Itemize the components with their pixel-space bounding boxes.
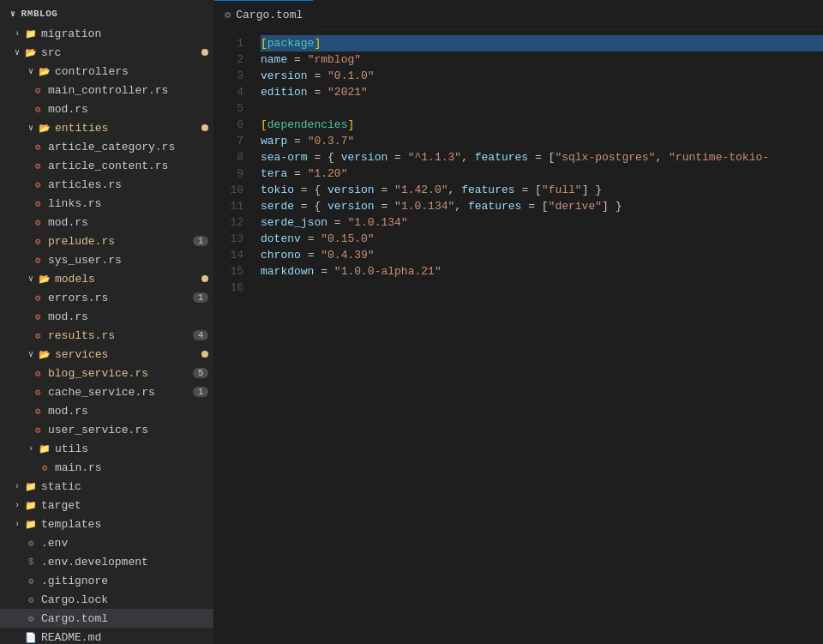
code-line: warp = "0.3.7" (261, 133, 823, 149)
sidebar-item-label: controllers (55, 65, 213, 78)
code-editor: 1 2 3 4 5 6 7 8 9 10 11 12 13 14 15 16 [… (214, 30, 823, 644)
code-line: dotenv = "0.15.0" (261, 231, 823, 247)
sidebar-item-utils[interactable]: › 📁 utils (0, 439, 213, 458)
modified-dot (201, 124, 208, 131)
arrow-icon: › (10, 517, 24, 531)
sidebar-item-label: src (41, 46, 201, 59)
arrow-icon: › (10, 498, 24, 512)
modified-dot (201, 49, 208, 56)
sidebar-item-cargo-toml[interactable]: ⚙ Cargo.toml (0, 609, 213, 628)
sidebar-item-cache-service[interactable]: ⚙ cache_service.rs 1 (0, 382, 213, 401)
code-line: tokio = { version = "1.42.0", features =… (261, 182, 823, 198)
sidebar-item-src[interactable]: ∨ 📂 src (0, 43, 213, 62)
sidebar-item-label: Cargo.lock (41, 593, 213, 606)
sidebar-item-static[interactable]: › 📁 static (0, 477, 213, 496)
code-line: [package] (261, 35, 823, 51)
line-num: 1 (221, 35, 243, 51)
gear-file-icon: ⚙ (24, 574, 38, 587)
cargo-toml-tab[interactable]: ⚙ Cargo.toml (214, 0, 313, 30)
sidebar-item-cargo-lock[interactable]: ⚙ Cargo.lock (0, 590, 213, 609)
sidebar-item-templates[interactable]: › 📁 templates (0, 515, 213, 533)
folder-open-icon: 📂 (38, 121, 51, 135)
rust-file-icon: ⚙ (31, 253, 45, 267)
sidebar-item-sys-user[interactable]: ⚙ sys_user.rs (0, 250, 213, 269)
sidebar-item-label: errors.rs (48, 292, 193, 304)
code-content[interactable]: [package]name = "rmblog"version = "0.1.0… (254, 33, 823, 641)
sidebar-item-label: user_service.rs (48, 424, 213, 436)
sidebar-item-label: article_content.rs (48, 159, 213, 172)
folder-icon: 📁 (24, 498, 38, 512)
rust-file-icon: ⚙ (31, 385, 45, 399)
line-num: 15 (221, 263, 243, 280)
arrow-icon: › (10, 27, 24, 40)
sidebar-item-readme[interactable]: 📄 README.md (0, 628, 213, 644)
sidebar-item-article-content[interactable]: ⚙ article_content.rs (0, 156, 213, 175)
root-label: ∨ RMBLOG (0, 0, 213, 24)
badge-count: 5 (193, 368, 208, 378)
sidebar-item-label: mod.rs (48, 405, 213, 418)
sidebar-item-env-development[interactable]: $ .env.development (0, 552, 213, 571)
dollar-file-icon: $ (24, 555, 38, 569)
sidebar-item-models[interactable]: ∨ 📂 models (0, 269, 213, 288)
sidebar-item-prelude[interactable]: ⚙ prelude.rs 1 (0, 232, 213, 250)
code-line: name = "rmblog" (261, 51, 823, 68)
line-num: 13 (221, 231, 243, 247)
sidebar-item-main-controller[interactable]: ⚙ main_controller.rs (0, 81, 213, 99)
sidebar-item-label: static (41, 480, 213, 493)
sidebar-item-blog-service[interactable]: ⚙ blog_service.rs 5 (0, 364, 213, 382)
arrow-icon: ∨ (24, 347, 38, 361)
gear-file-icon: ⚙ (24, 611, 38, 625)
rust-file-icon: ⚙ (31, 159, 45, 172)
sidebar-item-label: .env (41, 537, 213, 550)
sidebar-item-entities[interactable]: ∨ 📂 entities (0, 118, 213, 137)
line-num: 11 (221, 198, 243, 214)
arrow-icon: ∨ (10, 45, 24, 59)
sidebar-item-label: Cargo.toml (41, 612, 213, 625)
badge-count: 4 (193, 330, 208, 340)
folder-icon: 📁 (38, 442, 51, 455)
sidebar-item-gitignore[interactable]: ⚙ .gitignore (0, 571, 213, 590)
arrow-icon: ∨ (24, 121, 38, 135)
folder-icon: 📁 (24, 517, 38, 531)
sidebar-item-article-category[interactable]: ⚙ article_category.rs (0, 137, 213, 156)
sidebar-item-user-service[interactable]: ⚙ user_service.rs (0, 420, 213, 439)
sidebar-item-label: templates (41, 518, 213, 531)
sidebar-item-label: sys_user.rs (48, 254, 213, 267)
arrow-icon: ∨ (24, 64, 38, 78)
sidebar-item-mod-services[interactable]: ⚙ mod.rs (0, 401, 213, 420)
sidebar-item-main[interactable]: ⚙ main.rs (0, 458, 213, 477)
code-line: serde = { version = "1.0.134", features … (261, 198, 823, 214)
line-num: 3 (221, 68, 243, 84)
sidebar-item-label: links.rs (48, 197, 213, 210)
sidebar-item-label: utils (55, 442, 213, 455)
sidebar-item-migration[interactable]: › 📁 migration (0, 24, 213, 43)
line-num: 8 (221, 149, 243, 166)
sidebar-item-services[interactable]: ∨ 📂 services (0, 345, 213, 364)
sidebar-item-mod-models[interactable]: ⚙ mod.rs (0, 307, 213, 326)
tab-label: Cargo.toml (236, 9, 303, 21)
sidebar-item-mod-controllers[interactable]: ⚙ mod.rs (0, 99, 213, 118)
line-num: 14 (221, 247, 243, 263)
rust-file-icon: ⚙ (31, 310, 45, 323)
rust-file-icon: ⚙ (31, 140, 45, 153)
rust-file-icon: ⚙ (31, 404, 45, 418)
tab-gear-icon: ⚙ (225, 9, 231, 21)
sidebar-item-results[interactable]: ⚙ results.rs 4 (0, 326, 213, 345)
folder-icon: 📁 (24, 27, 38, 40)
sidebar-item-articles[interactable]: ⚙ articles.rs (0, 175, 213, 194)
sidebar-item-target[interactable]: › 📁 target (0, 496, 213, 515)
rust-file-icon: ⚙ (31, 291, 45, 304)
modified-dot (201, 351, 208, 358)
sidebar-item-links[interactable]: ⚙ links.rs (0, 194, 213, 213)
code-line: [dependencies] (261, 117, 823, 133)
doc-file-icon: 📄 (24, 630, 38, 644)
line-num: 7 (221, 133, 243, 149)
arrow-icon: › (24, 442, 38, 455)
sidebar-item-env[interactable]: ⚙ .env (0, 533, 213, 552)
code-line: tera = "1.20" (261, 166, 823, 182)
sidebar-item-controllers[interactable]: ∨ 📂 controllers (0, 62, 213, 81)
arrow-icon: ∨ (24, 272, 38, 286)
sidebar-item-errors[interactable]: ⚙ errors.rs 1 (0, 288, 213, 307)
line-num: 10 (221, 182, 243, 198)
sidebar-item-mod-entities[interactable]: ⚙ mod.rs (0, 213, 213, 232)
